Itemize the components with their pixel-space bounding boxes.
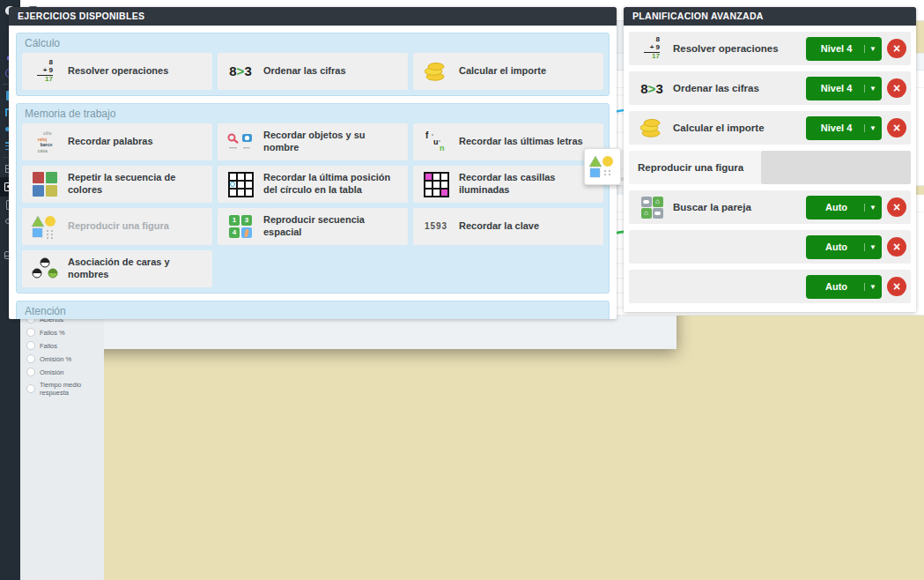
exercise-card-resolver-operaciones[interactable]: 8+ 917 Resolver operaciones bbox=[22, 53, 212, 90]
chevron-down-icon: ▼ bbox=[864, 45, 876, 53]
chevron-down-icon: ▼ bbox=[864, 124, 876, 132]
section-calculo-cards: 8+ 917 Resolver operaciones 8>3 Ordenar … bbox=[17, 53, 609, 90]
dragged-exercise-icon[interactable] bbox=[584, 148, 621, 185]
plan-row-label: Resolver operaciones bbox=[673, 43, 801, 54]
sum-icon: 8+ 917 bbox=[636, 36, 668, 60]
metric-radio[interactable]: Fallos bbox=[26, 341, 98, 349]
letters-icon: fun bbox=[420, 130, 452, 153]
exercise-card-calcular-importe[interactable]: Calcular el importe bbox=[413, 53, 603, 90]
sum-icon: 8+ 917 bbox=[29, 59, 61, 83]
exercise-label: Recordar palabras bbox=[68, 136, 153, 148]
faces-icon bbox=[29, 257, 61, 280]
exercise-label: Asociación de caras y nombres bbox=[68, 257, 205, 281]
plan-row-label: Reproducir una figura bbox=[629, 151, 761, 184]
exercise-label: Recordar la última posición del círculo … bbox=[263, 172, 401, 197]
plan-row-label: Ordenar las cifras bbox=[673, 83, 801, 93]
exercise-card-reproducir-figura[interactable]: Reproducir una figura bbox=[22, 208, 212, 245]
chevron-down-icon: ▼ bbox=[864, 243, 876, 251]
exercise-label: Reproducir una figura bbox=[68, 220, 169, 233]
level-select[interactable]: Auto▼ bbox=[806, 235, 882, 259]
exercise-card-casillas-iluminadas[interactable]: Recordar las casillas iluminadas bbox=[413, 166, 603, 203]
exercise-card-ultimas-letras[interactable]: fun Recordar las últimas letras bbox=[413, 123, 603, 160]
advanced-planning-body: 8+ 917 Resolver operaciones Nivel 4▼ × 8… bbox=[624, 26, 916, 312]
available-exercises-title: EJERCICIOS DISPONIBLES bbox=[9, 7, 617, 26]
section-memoria-cards: sillarelojbarcocasa Recordar palabras Re… bbox=[17, 123, 609, 287]
exercise-label: Reproducir secuencia espacial bbox=[263, 214, 401, 239]
exercise-label: Calcular el importe bbox=[459, 65, 546, 78]
exercise-card-recordar-palabras[interactable]: sillarelojbarcocasa Recordar palabras bbox=[22, 123, 212, 160]
exercise-card-recordar-clave[interactable]: 1593 Recordar la clave bbox=[413, 208, 603, 245]
available-exercises-body: Cálculo 8+ 917 Resolver operaciones 8>3 … bbox=[9, 26, 617, 319]
section-memoria-title: Memoria de trabajo bbox=[17, 104, 609, 123]
exercise-card-asociacion-caras[interactable]: Asociación de caras y nombres bbox=[22, 250, 212, 287]
remove-exercise-button[interactable]: × bbox=[887, 197, 906, 217]
available-exercises-window: EJERCICIOS DISPONIBLES Cálculo 8+ 917 Re… bbox=[9, 7, 617, 319]
section-calculo-title: Cálculo bbox=[17, 33, 609, 53]
color-squares-icon bbox=[29, 172, 61, 197]
exercise-label: Recordar las casillas iluminadas bbox=[459, 172, 596, 197]
compare-icon: 8>3 bbox=[636, 81, 668, 96]
coins-icon bbox=[636, 118, 668, 138]
exercise-label: Resolver operaciones bbox=[68, 65, 168, 78]
level-select[interactable]: Auto▼ bbox=[806, 196, 882, 219]
exercise-card-secuencia-espacial[interactable]: 134 Reproducir secuencia espacial bbox=[218, 208, 408, 245]
coins-icon bbox=[420, 62, 452, 81]
word-list-icon: sillarelojbarcocasa bbox=[29, 130, 61, 153]
exercise-label: Ordenar las cifras bbox=[263, 65, 346, 78]
drop-placeholder bbox=[761, 151, 911, 184]
exercise-card-posicion-circulo[interactable]: Recordar la última posición del círculo … bbox=[218, 166, 408, 203]
advanced-planning-title: PLANIFICACION AVANZADA bbox=[624, 7, 916, 26]
metric-radio[interactable]: Fallos % bbox=[26, 328, 98, 337]
level-select[interactable]: Auto▼ bbox=[806, 275, 882, 299]
numbered-squares-icon: 134 bbox=[225, 215, 256, 238]
advanced-planning-window: PLANIFICACION AVANZADA 8+ 917 Resolver o… bbox=[624, 7, 916, 312]
key-camera-icon bbox=[225, 132, 256, 152]
plan-row-hidden-1: Auto▼ × bbox=[629, 230, 911, 264]
level-select[interactable]: Nivel 4▼ bbox=[806, 37, 882, 61]
level-select[interactable]: Nivel 4▼ bbox=[806, 116, 882, 140]
plan-row-label: Calcular el importe bbox=[673, 123, 801, 133]
section-memoria: Memoria de trabajo sillarelojbarcocasa R… bbox=[16, 103, 610, 294]
figure-icon bbox=[588, 154, 617, 179]
section-atencion: Atención bn bbox=[16, 301, 610, 319]
plan-row-hidden-2: Auto▼ × bbox=[629, 270, 911, 303]
plan-row-buscar-pareja: ⌂⌂ Buscar la pareja Auto▼ × bbox=[629, 190, 911, 224]
figure-icon bbox=[29, 214, 61, 239]
remove-exercise-button[interactable]: × bbox=[887, 237, 906, 257]
section-atencion-title: Atención bbox=[17, 301, 609, 319]
desktop: { "available": { "title": "EJERCICIOS DI… bbox=[0, 0, 924, 580]
chevron-down-icon: ▼ bbox=[864, 85, 876, 93]
plan-row-ordenar-cifras: 8>3 Ordenar las cifras Nivel 4▼ × bbox=[629, 71, 911, 105]
plan-row-drop-target[interactable]: Reproducir una figura bbox=[629, 151, 911, 184]
radio-icon bbox=[26, 328, 35, 337]
exercise-label: Recordar objetos y su nombre bbox=[263, 130, 401, 154]
remove-exercise-button[interactable]: × bbox=[887, 39, 906, 58]
chevron-down-icon: ▼ bbox=[864, 283, 876, 291]
plan-row-calcular-importe: Calcular el importe Nivel 4▼ × bbox=[629, 111, 911, 145]
remove-exercise-button[interactable]: × bbox=[887, 118, 906, 138]
grid-circle-icon bbox=[225, 172, 256, 197]
exercise-label: Repetir la secuencia de colores bbox=[68, 172, 205, 197]
section-calculo: Cálculo 8+ 917 Resolver operaciones 8>3 … bbox=[16, 33, 610, 96]
radio-icon bbox=[26, 341, 35, 349]
pairs-icon: ⌂⌂ bbox=[636, 197, 668, 219]
level-select[interactable]: Nivel 4▼ bbox=[806, 77, 882, 100]
exercise-label: Recordar la clave bbox=[459, 220, 539, 233]
remove-exercise-button[interactable]: × bbox=[887, 277, 906, 296]
grid-lit-icon bbox=[420, 172, 452, 197]
plan-row-resolver-operaciones: 8+ 917 Resolver operaciones Nivel 4▼ × bbox=[629, 32, 911, 65]
exercise-card-ordenar-cifras[interactable]: 8>3 Ordenar las cifras bbox=[218, 53, 408, 90]
exercise-card-secuencia-colores[interactable]: Repetir la secuencia de colores bbox=[22, 166, 212, 203]
exercise-label: Recordar las últimas letras bbox=[459, 136, 583, 148]
exercise-card-recordar-objetos[interactable]: Recordar objetos y su nombre bbox=[218, 123, 408, 160]
plan-row-label: Buscar la pareja bbox=[673, 202, 801, 212]
compare-icon: 8>3 bbox=[225, 63, 256, 80]
code-digits-icon: 1593 bbox=[420, 221, 452, 233]
remove-exercise-button[interactable]: × bbox=[887, 78, 906, 98]
chevron-down-icon: ▼ bbox=[864, 204, 876, 212]
